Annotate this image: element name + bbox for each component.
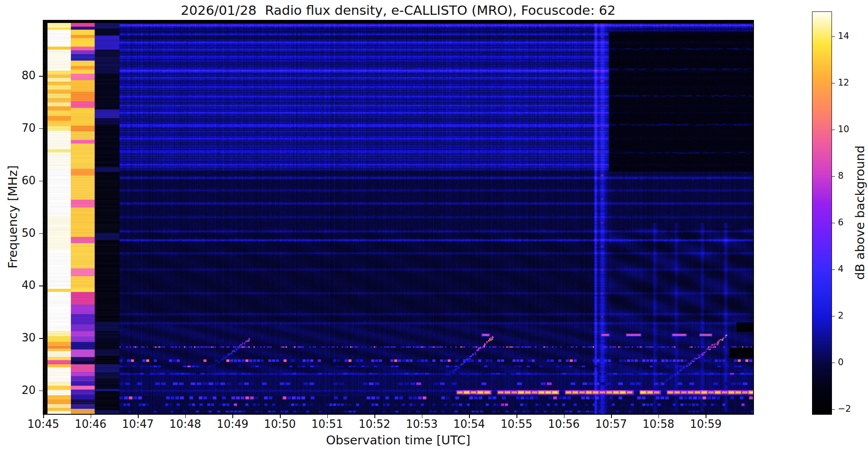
colorbar xyxy=(812,11,832,415)
y-tick-mark xyxy=(39,391,43,391)
spectrogram-canvas xyxy=(43,20,753,414)
y-tick-label: 20 xyxy=(0,384,36,397)
x-tick-label: 10:59 xyxy=(690,418,722,430)
colorbar-canvas xyxy=(812,12,832,414)
colorbar-tick-mark xyxy=(832,176,835,177)
y-tick-mark xyxy=(39,181,43,182)
colorbar-tick-mark xyxy=(832,223,835,224)
x-tick-label: 10:46 xyxy=(75,418,106,430)
x-tick-label: 10:57 xyxy=(595,418,627,430)
colorbar-tick-label: −2 xyxy=(838,404,851,414)
x-tick-label: 10:45 xyxy=(28,418,59,430)
y-tick-mark xyxy=(39,233,43,234)
x-tick-label: 10:56 xyxy=(548,418,580,430)
x-tick-label: 10:53 xyxy=(406,418,438,430)
colorbar-tick-mark xyxy=(832,130,835,130)
colorbar-tick-label: 6 xyxy=(838,217,843,227)
y-tick-mark xyxy=(39,76,43,77)
y-tick-label: 70 xyxy=(0,122,36,134)
x-tick-label: 10:51 xyxy=(311,418,343,430)
colorbar-tick-mark xyxy=(832,409,835,410)
x-tick-label: 10:47 xyxy=(122,418,154,430)
x-axis-label: Observation time [UTC] xyxy=(43,433,753,447)
colorbar-tick-label: 0 xyxy=(838,357,843,367)
y-tick-label: 80 xyxy=(0,69,36,82)
x-tick-label: 10:48 xyxy=(169,418,201,430)
y-tick-label: 30 xyxy=(0,331,36,344)
x-tick-label: 10:52 xyxy=(359,418,391,430)
colorbar-tick-label: 14 xyxy=(838,31,849,41)
colorbar-tick-mark xyxy=(832,269,835,270)
x-tick-label: 10:50 xyxy=(264,418,296,430)
colorbar-tick-mark xyxy=(832,36,835,37)
x-tick-label: 10:54 xyxy=(453,418,485,430)
y-tick-mark xyxy=(39,128,43,129)
colorbar-tick-label: 10 xyxy=(838,124,849,134)
colorbar-label: dB above background xyxy=(853,145,867,280)
y-tick-label: 40 xyxy=(0,279,36,291)
y-tick-label: 60 xyxy=(0,174,36,187)
figure: 2026/01/28 Radio flux density, e-CALLIST… xyxy=(0,0,868,452)
y-tick-mark xyxy=(39,338,43,339)
colorbar-tick-label: 4 xyxy=(838,264,843,274)
x-tick-label: 10:49 xyxy=(217,418,248,430)
colorbar-tick-label: 2 xyxy=(838,311,843,321)
colorbar-tick-mark xyxy=(832,363,835,363)
colorbar-tick-label: 12 xyxy=(838,78,849,88)
y-tick-mark xyxy=(39,286,43,286)
x-tick-label: 10:55 xyxy=(501,418,533,430)
spectrogram-plot-area xyxy=(43,20,754,415)
colorbar-tick-label: 8 xyxy=(838,171,843,181)
x-tick-label: 10:58 xyxy=(642,418,674,430)
chart-title: 2026/01/28 Radio flux density, e-CALLIST… xyxy=(43,3,753,18)
colorbar-tick-mark xyxy=(832,83,835,84)
y-tick-label: 50 xyxy=(0,227,36,239)
colorbar-tick-mark xyxy=(832,316,835,317)
